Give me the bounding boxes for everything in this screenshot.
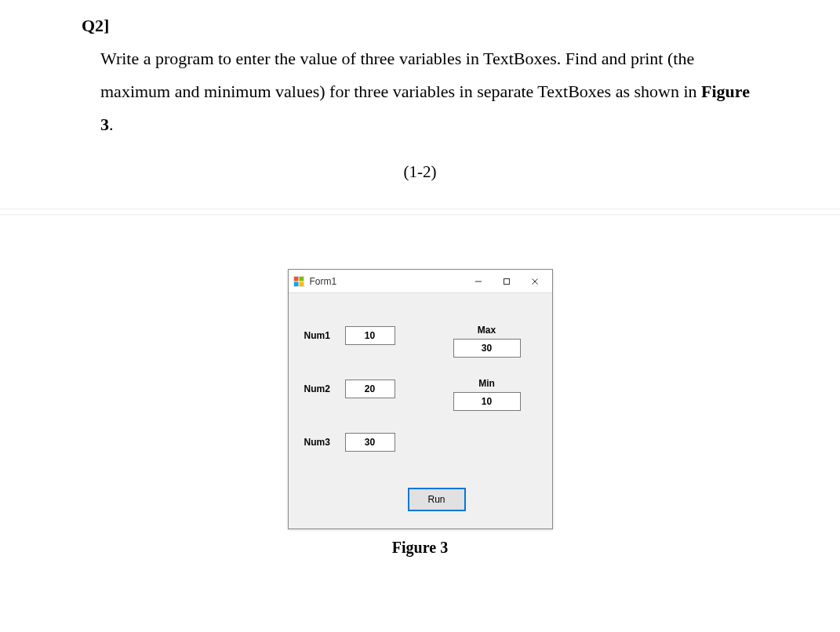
- question-number: Q2]: [82, 16, 762, 36]
- num1-input[interactable]: 10: [345, 326, 395, 345]
- num3-row: Num3 30: [304, 433, 395, 452]
- question-text: Write a program to enter the value of th…: [100, 49, 701, 101]
- close-button[interactable]: [521, 271, 549, 292]
- svg-rect-3: [294, 281, 299, 286]
- page-separator: [0, 209, 840, 214]
- max-label: Max: [453, 325, 521, 336]
- num2-label: Num2: [304, 383, 337, 394]
- page-mark: (1-2): [78, 162, 762, 182]
- figure-caption: Figure 3: [288, 539, 553, 557]
- max-output[interactable]: 30: [453, 339, 521, 358]
- form-window: Form1 Num1 10 Num2 20: [288, 269, 553, 529]
- num1-row: Num1 10: [304, 326, 395, 345]
- question-text-suffix: .: [109, 114, 114, 134]
- app-icon: [293, 275, 305, 287]
- window-title: Form1: [310, 276, 464, 287]
- maximize-button[interactable]: [493, 271, 521, 292]
- num2-row: Num2 20: [304, 380, 395, 398]
- min-output[interactable]: 10: [453, 392, 521, 411]
- max-block: Max 30: [453, 325, 521, 358]
- svg-rect-1: [294, 277, 299, 281]
- num2-input[interactable]: 20: [345, 380, 395, 398]
- min-label: Min: [453, 378, 521, 389]
- svg-rect-6: [504, 278, 509, 284]
- question-body: Write a program to enter the value of th…: [100, 42, 762, 140]
- window-controls: [464, 271, 549, 292]
- titlebar[interactable]: Form1: [289, 270, 552, 293]
- client-area: Num1 10 Num2 20 Num3 30 Max 30 Min 10 Ru…: [289, 293, 552, 528]
- minimize-button[interactable]: [464, 271, 493, 292]
- svg-rect-4: [300, 281, 304, 286]
- min-block: Min 10: [453, 378, 521, 411]
- num3-input[interactable]: 30: [345, 433, 395, 452]
- run-button[interactable]: Run: [408, 488, 466, 511]
- svg-rect-2: [300, 277, 304, 281]
- num1-label: Num1: [304, 330, 337, 341]
- num3-label: Num3: [304, 437, 337, 448]
